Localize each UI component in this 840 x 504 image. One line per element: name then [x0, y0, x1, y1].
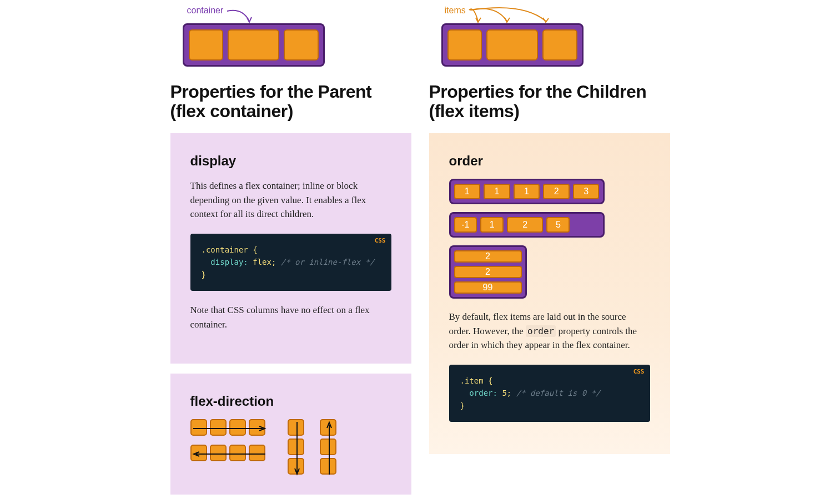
order-cell: 1	[454, 184, 481, 199]
diagram-cell	[542, 29, 577, 61]
order-col: 2 2 99	[449, 245, 527, 299]
order-cell: -1	[454, 217, 477, 233]
diagram-cell	[320, 419, 336, 436]
order-cell: 1	[484, 184, 510, 199]
code-token: /* default is 0 */	[516, 389, 601, 397]
fd-col-up	[320, 419, 336, 475]
flex-container-diagram	[183, 23, 325, 67]
diagram-cell	[447, 29, 482, 61]
fd-col-down	[288, 419, 304, 475]
order-heading: order	[449, 153, 650, 169]
fd-rows-group	[190, 419, 265, 475]
order-cell: 1	[480, 217, 504, 233]
order-row-1: 1 1 1 2 3	[449, 179, 605, 204]
order-cell: 5	[546, 217, 570, 233]
parent-column: container Properties for the Parent (fle…	[170, 6, 411, 504]
code-lang-badge: CSS	[375, 236, 386, 246]
display-description: This defines a flex container; inline or…	[190, 179, 391, 221]
order-illustration: 1 1 1 2 3 -1 1 2 5 2 2 99	[449, 179, 650, 299]
container-label: container	[187, 6, 224, 16]
title-line: Properties for the Children	[429, 82, 647, 102]
diagram-cell	[320, 458, 336, 475]
diagram-cell	[228, 29, 279, 61]
code-token: .item {	[460, 376, 493, 385]
fd-row-rtl	[190, 445, 265, 461]
diagram-cell	[249, 419, 265, 436]
children-column: items Properties for the Children (flex …	[429, 6, 670, 504]
diagram-cell	[210, 419, 227, 436]
diagram-cell	[229, 419, 246, 436]
diagram-cell	[320, 439, 336, 455]
order-card: order 1 1 1 2 3 -1 1 2 5 2	[429, 133, 670, 454]
flex-direction-card: flex-direction	[170, 374, 411, 495]
container-illustration: container	[170, 6, 411, 72]
code-token: }	[202, 270, 206, 279]
code-token: .container {	[202, 245, 258, 254]
order-description: By default, flex items are laid out in t…	[449, 310, 650, 352]
order-cell: 99	[454, 281, 522, 294]
order-cell: 3	[573, 184, 600, 199]
title-line: Properties for the Parent	[170, 82, 372, 102]
code-token: display:	[210, 258, 248, 266]
order-gap	[573, 217, 599, 233]
flex-items-diagram	[441, 23, 584, 67]
diagram-cell	[190, 419, 207, 436]
code-token: 5;	[502, 389, 511, 397]
display-heading: display	[190, 153, 391, 169]
flex-direction-heading: flex-direction	[190, 394, 391, 409]
items-label: items	[445, 6, 466, 16]
diagram-cell	[210, 445, 227, 461]
diagram-cell	[288, 419, 304, 436]
code-token: /* or inline-flex */	[281, 258, 375, 266]
diagram-cell	[249, 445, 265, 461]
diagram-cell	[288, 458, 304, 475]
order-cell: 2	[507, 217, 543, 233]
order-cell: 2	[454, 266, 522, 278]
items-illustration: items	[429, 6, 670, 72]
inline-code: order	[526, 325, 556, 337]
display-code-block: CSS .container { display: flex; /* or in…	[190, 234, 391, 291]
code-token: flex;	[253, 258, 276, 266]
diagram-cell	[284, 29, 319, 61]
flex-direction-illustration	[190, 419, 391, 475]
display-card: display This defines a flex container; i…	[170, 133, 411, 364]
fd-cols-group	[288, 419, 336, 475]
code-token: order:	[469, 389, 497, 397]
diagram-cell	[189, 29, 224, 61]
title-line: (flex items)	[429, 101, 520, 121]
arrow-icon	[468, 7, 551, 26]
code-token: }	[460, 401, 465, 410]
fd-row-ltr	[190, 419, 265, 436]
diagram-cell	[288, 439, 304, 455]
order-code-block: CSS .item { order: 5; /* default is 0 */…	[449, 365, 650, 422]
parent-section-title: Properties for the Parent (flex containe…	[170, 82, 411, 121]
code-lang-badge: CSS	[633, 367, 645, 377]
order-row-2: -1 1 2 5	[449, 212, 605, 238]
diagram-cell	[190, 445, 207, 461]
order-cell: 2	[543, 184, 570, 199]
order-cell: 1	[514, 184, 540, 199]
children-section-title: Properties for the Children (flex items)	[429, 82, 670, 121]
diagram-cell	[229, 445, 246, 461]
order-cell: 2	[454, 250, 522, 263]
title-line: (flex container)	[170, 101, 293, 121]
display-note: Note that CSS columns have no effect on …	[190, 303, 391, 331]
diagram-cell	[486, 29, 537, 61]
